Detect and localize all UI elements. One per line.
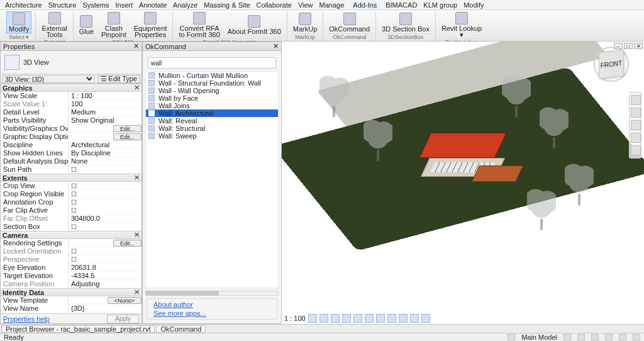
prop-value[interactable]: <None> [69,296,142,305]
temp-hide-icon[interactable] [410,314,419,323]
close-icon[interactable]: ✕ [273,42,279,50]
convert-rfa-button[interactable]: Convert RFAto FormIt 360 [177,11,221,38]
drag-icon[interactable] [619,334,626,340]
properties-header[interactable]: Properties ✕ [1,42,142,51]
filter-icon[interactable] [633,334,640,340]
modify-button[interactable]: Modify [6,11,31,33]
maximize-icon[interactable]: □ [624,43,633,49]
result-item[interactable]: Wall: Sweep [146,132,278,140]
markup-button[interactable]: MarkUp [291,12,319,33]
scale-label[interactable]: 1 : 100 [284,315,306,322]
glue-button[interactable]: Glue [77,14,96,35]
instance-selector[interactable]: 3D View: {3D} [2,75,95,83]
prop-value[interactable]: Edit... [69,125,142,133]
prop-row[interactable]: Rendering SettingsEdit... [1,239,142,247]
viewcube[interactable]: FRONT [599,49,624,79]
result-item[interactable]: Wall by Face [146,94,278,102]
menu-systems[interactable]: Systems [82,1,109,9]
prop-category[interactable]: Extents⨯ [1,174,142,182]
prop-row[interactable]: Far Clip Active [1,206,142,215]
prop-value[interactable] [69,206,142,215]
prop-category[interactable]: Graphics⨯ [1,84,142,92]
prop-row[interactable]: Locked Orientation [1,247,142,255]
result-item[interactable]: Mullion - Curtain Wall Mullion [146,72,278,79]
clash-pinpoint-button[interactable]: ClashPinpoint [99,11,128,38]
prop-row[interactable]: Detail LevelMedium [1,108,142,116]
prop-row[interactable]: Section Box [1,223,142,231]
prop-row[interactable]: Sun Path [1,165,142,174]
okcommand-tab[interactable]: OkCommand [156,325,206,333]
prop-value[interactable]: 20631.8 [69,264,142,272]
result-item[interactable]: Wall: Structural [146,125,278,132]
render-icon[interactable] [365,314,374,323]
prop-value[interactable]: -4334.5 [69,272,142,280]
menu-analyze[interactable]: Analyze [173,1,197,9]
pan-icon[interactable] [631,108,641,118]
okcommand-header[interactable]: OkCommand ✕ [143,42,281,51]
menu-architecture[interactable]: Architecture [5,1,42,9]
prop-row[interactable]: View Template<None> [1,296,142,305]
properties-help-link[interactable]: Properties help [3,315,50,323]
about-formit-button[interactable]: About FormIt 360 [226,14,283,35]
prop-value[interactable]: 1 : 100 [69,92,142,100]
menu-add-ins[interactable]: Add-Ins [350,1,379,9]
prop-value[interactable]: 100 [69,100,142,108]
prop-value[interactable]: Adjusting [69,280,142,288]
prop-row[interactable]: Graphic Display OptionsEdit... [1,133,142,141]
3dsectionbox-button[interactable]: 3D Section Box [380,12,431,33]
menu-manage[interactable]: Manage [319,1,345,9]
prop-category[interactable]: Identity Data⨯ [1,288,142,296]
scale-icon[interactable] [308,314,317,323]
select-face-icon[interactable] [605,334,613,340]
prop-value[interactable] [69,198,142,206]
prop-value[interactable] [69,255,142,264]
menu-collaborate[interactable]: Collaborate [257,1,292,9]
prop-value[interactable]: By Discipline [69,149,142,157]
prop-value[interactable] [69,247,142,255]
result-item[interactable]: Wall: Architectural [146,109,278,117]
result-item[interactable]: Wall - Wall Opening [146,87,278,94]
external-tools-button[interactable]: ExternalTools [40,11,69,38]
worksets-icon[interactable] [508,334,515,340]
select-underlay-icon[interactable] [577,334,585,340]
prop-value[interactable] [69,223,142,231]
menu-insert[interactable]: Insert [116,1,133,9]
more-apps-link[interactable]: See more apps... [153,309,270,318]
prop-value[interactable]: Edit... [69,239,142,247]
result-item[interactable]: Wall - Structural Foundation: Wall [146,79,278,87]
prop-row[interactable]: Eye Elevation20631.8 [1,264,142,272]
equipment-properties-button[interactable]: EquipmentProperties [132,11,169,38]
menu-modify[interactable]: Modify [464,1,484,9]
prop-value[interactable]: {3D} [69,305,142,313]
crop-icon[interactable] [376,314,385,323]
prop-value[interactable]: Show Original [69,116,142,125]
prop-value[interactable]: Edit... [69,133,142,141]
sun-path-icon[interactable] [342,314,351,323]
about-author-link[interactable]: About author [153,300,270,309]
apply-button[interactable]: Apply [107,315,139,323]
select-pinned-icon[interactable] [591,334,599,340]
crop-visible-icon[interactable] [387,314,396,323]
menu-view[interactable]: View [298,1,313,9]
visual-style-icon[interactable] [331,314,340,323]
results-scrollbar[interactable] [145,291,279,296]
shadows-icon[interactable] [353,314,362,323]
type-selector[interactable]: 3D View [1,51,142,74]
walkthrough-icon[interactable] [631,145,641,155]
menu-massing-site[interactable]: Massing & Site [204,1,250,9]
prop-row[interactable]: Default Analysis Display StyleNone [1,157,142,165]
zoom-icon[interactable] [631,120,641,130]
prop-value[interactable] [69,190,142,198]
prop-row[interactable]: Crop View [1,182,142,190]
project-browser-tab[interactable]: Project Browser - rac_basic_sample_proje… [1,325,155,333]
edit-type-button[interactable]: ☰ Edit Type [97,75,140,83]
prop-row[interactable]: View Name{3D} [1,305,142,313]
menu-annotate[interactable]: Annotate [139,1,167,9]
prop-value[interactable] [69,182,142,190]
reveal-icon[interactable] [421,314,430,323]
prop-row[interactable]: Crop Region Visible [1,190,142,198]
result-item[interactable]: Wall Joins [146,102,278,109]
select-links-icon[interactable] [564,334,571,340]
search-input[interactable] [148,57,276,69]
revit-lookup-button[interactable]: Revit Lookup▾ [440,11,484,38]
